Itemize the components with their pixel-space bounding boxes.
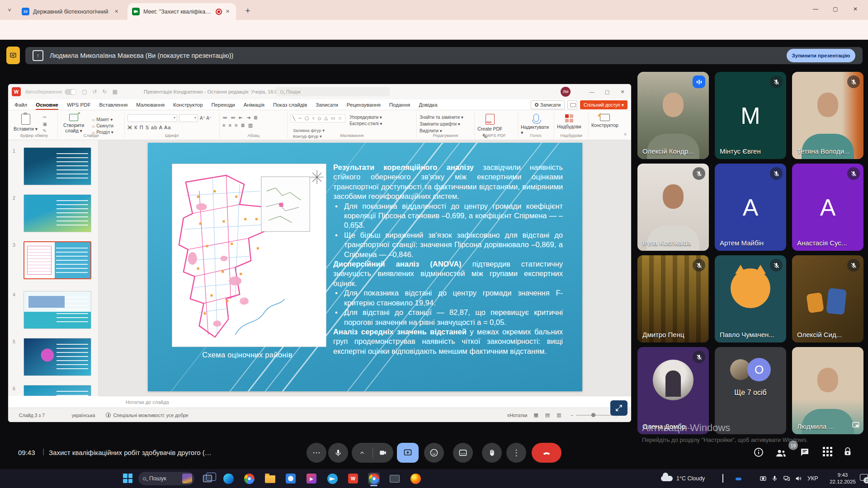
browser-tab-calendar[interactable]: 22 Державний біотехнологічний ✕	[17, 3, 125, 20]
telegram-icon[interactable]	[326, 473, 338, 484]
edge-icon[interactable]	[222, 473, 234, 484]
participant-tile[interactable]: Дмитро Пенц	[637, 255, 709, 343]
shape-gallery[interactable]: ╲ ─ ▢ ○ ◇ △ ▭ ☆	[290, 114, 345, 122]
network-icon[interactable]	[783, 475, 790, 484]
slide-thumbnail[interactable]	[24, 385, 91, 396]
wps-menu-tab[interactable]: Вставлення	[99, 102, 127, 108]
paste-button[interactable]: Вставити ▾	[14, 114, 38, 131]
participant-tile[interactable]: Тетяна Володи...	[792, 72, 863, 159]
window-minimize-button[interactable]: —	[806, 0, 826, 18]
new-tab-button[interactable]: +	[241, 5, 254, 17]
create-pdf-button[interactable]: Create PDF	[477, 114, 502, 131]
slide-notes-field[interactable]: Нотатки до слайда	[99, 396, 631, 408]
wps-menu-tab[interactable]: Малювання	[136, 102, 165, 108]
wps-menu-tab[interactable]: Подання	[389, 102, 410, 108]
taskbar-clock[interactable]: 9:43 22.12.2025	[826, 472, 860, 485]
wps-menu-tab[interactable]: Файл	[14, 102, 27, 108]
wps-close-button[interactable]: ✕	[615, 84, 630, 99]
host-controls-icon[interactable]	[843, 447, 853, 457]
font-size-buttons[interactable]: A⁺ A⁻	[200, 114, 212, 122]
tab-search-chevron-icon[interactable]: ˅	[5, 5, 14, 15]
view-grid-icon[interactable]: ▦	[112, 89, 117, 95]
font-size-select[interactable]	[179, 114, 198, 122]
meeting-info-icon[interactable]	[753, 447, 764, 458]
shape-fill-button[interactable]: Заливка фігур ▾	[293, 128, 325, 133]
designer-button[interactable]: Конструктор	[591, 114, 618, 128]
participant-tile[interactable]: Iryna Koshkalda	[637, 164, 709, 251]
screen-record-icon[interactable]	[760, 475, 767, 484]
undo-icon[interactable]: ↺	[92, 89, 97, 95]
font-name-select[interactable]	[127, 114, 177, 122]
ribbon-collapse-icon[interactable]: ˅	[624, 132, 627, 137]
microphone-tray-icon[interactable]	[771, 475, 778, 483]
camera-selector-chevron-icon[interactable]	[352, 443, 373, 463]
participant-tile[interactable]: Олена Домбр...	[637, 347, 709, 434]
slide-thumbnail[interactable]	[24, 241, 91, 279]
chat-icon[interactable]	[799, 447, 810, 458]
wps-menu-tab[interactable]: Показ слайдів	[273, 102, 307, 108]
wps-menu-tab[interactable]: Основне	[36, 102, 58, 108]
wps-share-button[interactable]: Спільний доступ ▾	[580, 100, 627, 109]
window-app-icon[interactable]	[389, 473, 401, 484]
slide-thumbnail[interactable]	[24, 291, 91, 329]
layout-button[interactable]: Макет ▾	[92, 117, 113, 122]
emoji-reactions-button[interactable]	[424, 443, 444, 463]
keyboard-language[interactable]: УКР	[807, 475, 818, 482]
wps-menu-tab[interactable]: Записати	[316, 102, 338, 108]
taskbar-search[interactable]: Пошук	[138, 472, 194, 485]
tray-expand-chevron-icon[interactable]	[722, 475, 723, 483]
slide-thumbnail[interactable]	[24, 147, 91, 185]
activities-icon[interactable]	[823, 447, 832, 456]
font-effect-buttons[interactable]: Ж К П S ab A Aa	[127, 125, 217, 130]
presentation-app-icon[interactable]	[6, 47, 20, 64]
participant-tile[interactable]: ААртем Майбін	[715, 164, 786, 251]
chrome-active-icon[interactable]	[368, 473, 380, 484]
tab-close-icon[interactable]: ✕	[113, 8, 120, 15]
list-indent-buttons[interactable]: ≔ ≕ ⇤ ⇥ ≣	[222, 115, 284, 121]
wps-menu-tab[interactable]: WPS PDF	[67, 102, 90, 108]
taskbar-weather[interactable]: 1°C Cloudy	[661, 469, 705, 488]
wps-office-icon[interactable]: W	[347, 473, 359, 484]
language-indicator[interactable]: українська	[72, 413, 95, 418]
participant-tile[interactable]: ОЩе 7 осіб	[715, 347, 786, 434]
wps-menu-tab[interactable]: Переходи	[212, 102, 235, 108]
task-view-icon[interactable]	[202, 473, 213, 484]
camera-button[interactable]	[373, 443, 394, 463]
participant-tile[interactable]: Павло Чумачен...	[715, 255, 786, 343]
firefox-icon[interactable]	[410, 473, 421, 484]
wps-menu-tab[interactable]: Рецензування	[347, 102, 381, 108]
participant-tile[interactable]: Олексій Сид...	[792, 255, 863, 343]
window-close-button[interactable]: ✕	[845, 0, 865, 18]
present-button[interactable]	[397, 443, 419, 463]
wps-search-box[interactable]: Пошук	[277, 87, 390, 96]
photos-icon[interactable]	[285, 473, 297, 484]
wps-menu-tab[interactable]: Довідка	[419, 102, 437, 108]
participant-tile[interactable]: ММінтус Євген	[715, 72, 786, 159]
window-maximize-button[interactable]: ▢	[826, 0, 845, 18]
pip-icon[interactable]	[852, 421, 860, 431]
participant-tile[interactable]: ААнастасія Сус...	[792, 164, 863, 251]
start-button[interactable]	[123, 474, 132, 483]
dictate-button[interactable]: Надиктувати ▾	[521, 114, 551, 135]
save-icon[interactable]: ▢	[82, 89, 87, 95]
autosave-toggle[interactable]	[65, 89, 76, 95]
participant-tile[interactable]: Людмила ...	[792, 347, 863, 434]
new-slide-button[interactable]: Створити слайд ▾	[61, 114, 87, 133]
media-app-icon[interactable]: ▶	[306, 473, 317, 484]
redo-icon[interactable]: ↻	[102, 89, 107, 95]
slide-thumbnail[interactable]	[24, 338, 91, 376]
wps-account-avatar[interactable]: ЛМ	[561, 87, 571, 97]
captions-button[interactable]	[453, 443, 473, 463]
reset-button[interactable]: Скинути	[92, 123, 113, 128]
stop-presenting-button[interactable]: Зупинити презентацію	[787, 49, 855, 62]
quick-styles-button[interactable]: Експрес-стилі ▾	[349, 121, 382, 126]
microphone-button[interactable]	[328, 443, 348, 463]
expand-presentation-button[interactable]	[610, 400, 627, 416]
browser-tab-meet[interactable]: Meet: "Захист кваліфікаці… ✕	[127, 3, 236, 20]
more-reactions-button[interactable]: ⋯	[307, 443, 326, 463]
chrome-icon[interactable]	[243, 473, 255, 484]
raise-hand-button[interactable]	[482, 443, 502, 463]
wps-record-button[interactable]: Записати	[531, 100, 565, 109]
speaker-icon[interactable]	[795, 475, 802, 484]
find-replace-button[interactable]: Знайти та замінити ▾	[420, 115, 472, 120]
